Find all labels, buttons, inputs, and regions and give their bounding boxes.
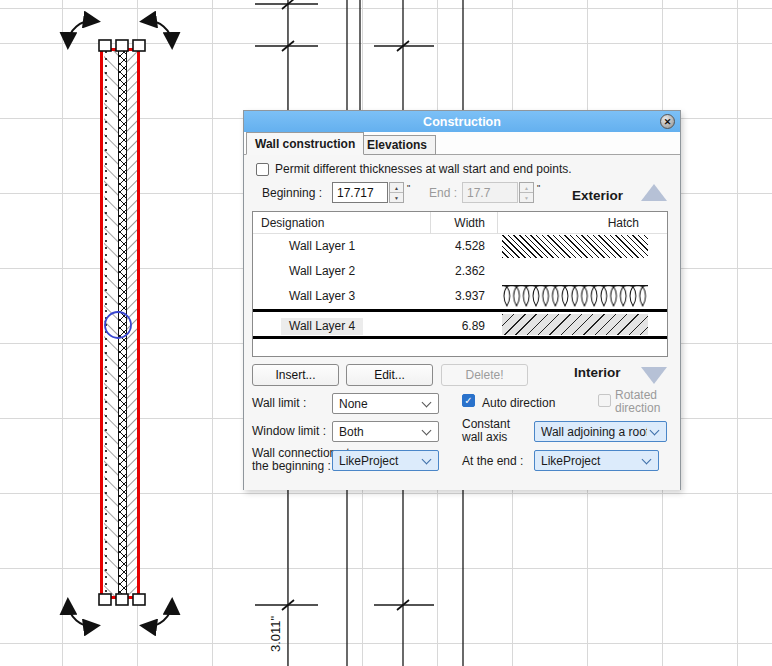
auto-direction-label: Auto direction: [482, 396, 555, 410]
edit-button[interactable]: Edit...: [346, 364, 433, 386]
exterior-label: Exterior: [572, 188, 623, 203]
construction-dialog: Construction ✕ Wall construction Elevati…: [243, 110, 681, 490]
end-input: [462, 182, 518, 203]
table-header: Designation Width Hatch: [253, 212, 667, 234]
chevron-down-icon: [422, 425, 432, 435]
rotated-direction-label: Rotated direction: [615, 389, 670, 415]
constant-wall-axis-value: Wall adjoining a roof: [541, 425, 647, 439]
hatch-swatch: [502, 285, 648, 308]
at-end-value: LikeProject: [541, 454, 639, 468]
dialog-content: Permit different thicknesses at wall sta…: [244, 155, 680, 490]
auto-direction-checkbox[interactable]: ✓: [462, 394, 475, 407]
thickness-checkbox[interactable]: [256, 163, 269, 176]
constant-wall-axis-label: Constant wall axis: [462, 418, 524, 444]
delete-button: Delete!: [441, 364, 528, 386]
hatch-swatch: [502, 235, 648, 258]
row-designation: Wall Layer 3: [289, 289, 355, 303]
table-row[interactable]: Wall Layer 1 4.528: [253, 234, 667, 259]
end-unit: ": [537, 183, 540, 193]
insert-button[interactable]: Insert...: [252, 364, 339, 386]
window-limit-value: Both: [339, 425, 419, 439]
at-end-label: At the end :: [462, 454, 523, 468]
beginning-unit: ": [407, 183, 410, 193]
end-label: End :: [429, 186, 457, 200]
beginning-label: Beginning :: [262, 186, 322, 200]
row-designation: Wall Layer 2: [289, 264, 355, 278]
chevron-down-icon: [642, 454, 652, 464]
row-width: 6.89: [462, 319, 485, 333]
selected-wall: [100, 48, 140, 599]
thickness-checkbox-label: Permit different thicknesses at wall sta…: [275, 162, 572, 176]
constant-wall-axis-dropdown[interactable]: Wall adjoining a roof: [534, 421, 667, 442]
wall-connection-dropdown[interactable]: LikeProject: [332, 450, 439, 471]
dialog-title: Construction: [423, 115, 501, 129]
beginning-spinner[interactable]: ▲▼: [389, 182, 404, 203]
wall-connection-value: LikeProject: [339, 454, 419, 468]
tab-strip: Wall construction Elevations: [244, 132, 680, 155]
window-limit-dropdown[interactable]: Both: [332, 421, 439, 442]
dialog-titlebar[interactable]: Construction ✕: [244, 111, 680, 132]
chevron-down-icon: [422, 454, 432, 464]
tab-elevations[interactable]: Elevations: [358, 135, 436, 155]
table-row[interactable]: Wall Layer 3 3.937: [253, 284, 667, 309]
wall-layer-table: Designation Width Hatch Wall Layer 1 4.5…: [252, 211, 668, 357]
chevron-down-icon: [422, 397, 432, 407]
interior-label: Interior: [574, 365, 621, 380]
end-spinner: ▲▼: [519, 182, 534, 203]
row-width: 4.528: [455, 239, 485, 253]
row-designation: Wall Layer 1: [289, 239, 355, 253]
table-row-selected[interactable]: Wall Layer 4 6.89: [253, 309, 667, 339]
row-width: 3.937: [455, 289, 485, 303]
cad-canvas: 3.011" Construction ✕ Wall construction …: [0, 0, 772, 666]
thickness-checkbox-row[interactable]: Permit different thicknesses at wall sta…: [256, 162, 572, 176]
dimension-label: 3.011": [268, 616, 283, 653]
header-width: Width: [454, 216, 485, 230]
hatch-swatch: [502, 314, 648, 335]
wall-limit-dropdown[interactable]: None: [332, 393, 439, 414]
interior-triangle-icon[interactable]: [641, 367, 667, 384]
row-width: 2.362: [455, 264, 485, 278]
header-hatch: Hatch: [608, 216, 639, 230]
header-designation: Designation: [261, 216, 324, 230]
thickness-values-row: Beginning : ▲▼ " End : ▲▼ " Exterior: [244, 182, 680, 204]
chevron-down-icon: [650, 425, 660, 435]
row-designation: Wall Layer 4: [281, 318, 363, 335]
wall-limit-label: Wall limit :: [252, 396, 306, 410]
table-row[interactable]: Wall Layer 2 2.362: [253, 259, 667, 284]
beginning-input[interactable]: [332, 182, 388, 203]
close-icon[interactable]: ✕: [660, 114, 675, 129]
wall-layer-insulation: [119, 51, 127, 596]
tab-wall-construction[interactable]: Wall construction: [246, 132, 364, 155]
wall-limit-value: None: [339, 397, 419, 411]
rotated-direction-checkbox: [598, 394, 611, 407]
exterior-triangle-icon[interactable]: [641, 184, 667, 201]
wall-layer-hatch-right: [127, 51, 137, 596]
window-limit-label: Window limit :: [252, 424, 326, 438]
at-end-dropdown[interactable]: LikeProject: [534, 450, 659, 471]
